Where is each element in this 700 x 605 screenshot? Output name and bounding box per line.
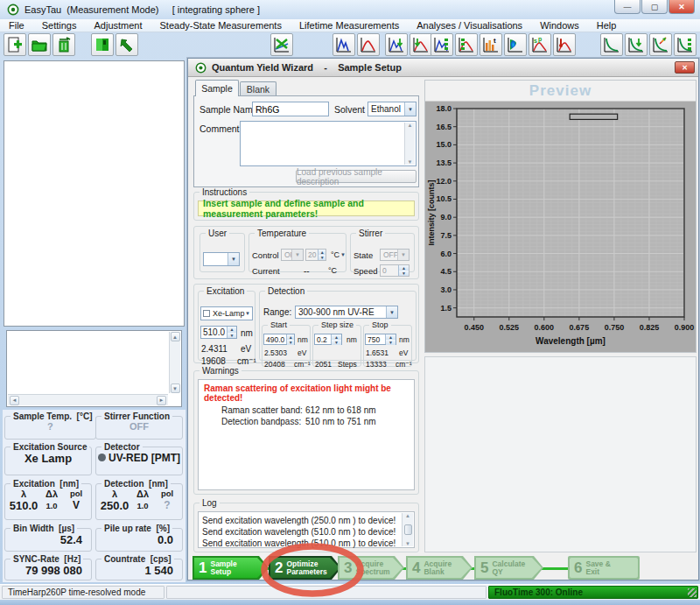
scroll-down-icon[interactable]: ▼ [171, 383, 180, 393]
message-vscrollbar[interactable]: ▲ ▼ [169, 332, 180, 393]
decay-optimize-icon[interactable] [625, 33, 648, 56]
decay-series-icon[interactable] [674, 33, 696, 56]
spectrum-temperature-icon[interactable] [553, 33, 576, 56]
temp-unit-dropdown[interactable]: °C▼ [328, 249, 346, 261]
menu-windows[interactable]: Windows [531, 20, 588, 31]
delete-icon[interactable] [52, 33, 75, 56]
excitation-wavelength-spinner[interactable]: 510.0 ▲▼ [200, 326, 237, 339]
spectrum-blue-excitation-icon[interactable] [385, 33, 408, 56]
instructions-label: Instructions [200, 187, 249, 197]
scroll-right-icon[interactable]: ► [157, 396, 166, 405]
stop-spinner[interactable]: 750 ▲▼ [365, 334, 396, 345]
spectrum-red-emission-icon[interactable] [410, 33, 432, 56]
decay-icon[interactable] [600, 33, 623, 56]
chevron-down-icon[interactable]: ▼ [404, 102, 416, 116]
start-spinner[interactable]: 490.0 ▲▼ [263, 334, 295, 345]
temp-setpoint-spinner[interactable]: 20 ▲▼ [305, 249, 326, 261]
pol-header: pol [156, 489, 178, 499]
excitation-detection-group: Excitation Xe-Lamp ▼ 510.0 ▲▼ nm 2.4311 … [193, 284, 419, 363]
scrollbar-thumb[interactable] [404, 524, 412, 535]
chevron-down-icon: ▼ [340, 252, 346, 257]
window-bottom-border [0, 600, 700, 605]
chevron-down-icon[interactable]: ▼ [245, 311, 250, 316]
scroll-down-icon[interactable]: ▼ [408, 159, 413, 165]
setup-spectrometer-icon[interactable] [270, 33, 293, 56]
load-previous-sample-button[interactable]: Load previous sample description [296, 170, 416, 183]
scroll-up-icon[interactable]: ▲ [171, 332, 180, 341]
scroll-left-icon[interactable]: ◄ [10, 396, 19, 405]
spin-down-icon[interactable]: ▼ [386, 340, 396, 345]
log-scrollbar[interactable]: ▲ ▼ [402, 513, 413, 546]
instructions-group: Instructions Insert sample and define sa… [193, 187, 419, 221]
stirrer-state-dropdown[interactable]: OFF▼ [380, 249, 410, 261]
wizard-step-acquire-blank[interactable]: 4 AcquireBlank [406, 556, 472, 580]
decay-tres-icon[interactable] [649, 33, 672, 56]
wizard-step-sample-setup[interactable]: 1 SampleSetup [192, 556, 269, 580]
menu-analyses[interactable]: Analyses / Visualisations [408, 20, 531, 31]
comment-textarea[interactable]: ▲ ▼ [240, 121, 416, 166]
menu-settings[interactable]: Settings [33, 20, 86, 31]
open-icon[interactable] [28, 33, 51, 56]
scroll-up-icon[interactable]: ▲ [405, 513, 410, 518]
wizard-step-optimize-parameters[interactable]: 2 OptimizeParameters [269, 556, 341, 580]
close-button[interactable]: ✕ [668, 0, 695, 14]
spin-down-icon[interactable]: ▼ [332, 340, 341, 345]
menu-steady-state[interactable]: Steady-State Measurements [151, 20, 290, 31]
chevron-down-icon[interactable]: ▼ [228, 253, 239, 265]
stop-nm-unit: nm [399, 335, 410, 344]
spectrum-red-series-icon[interactable] [455, 33, 478, 56]
minimize-button[interactable]: — [614, 0, 640, 14]
solvent-dropdown[interactable]: Ethanol▼ [368, 102, 416, 116]
tab-sample[interactable]: Sample [195, 80, 239, 96]
step-label-line2: Spectrum [355, 567, 389, 576]
dialog-titlebar[interactable]: Quantum Yield Wizard - Sample Setup ✕ [188, 59, 698, 77]
tab-blank[interactable]: Blank [240, 81, 276, 95]
chevron-down-icon[interactable]: ▼ [397, 250, 409, 260]
message-hscrollbar[interactable]: ◄ ► [8, 394, 168, 405]
temp-control-dropdown[interactable]: OFF▼ [281, 249, 304, 261]
menu-adjustment[interactable]: Adjustment [85, 20, 150, 31]
sample-name-input[interactable] [252, 102, 329, 116]
spin-down-icon[interactable]: ▼ [287, 340, 294, 345]
menu-file[interactable]: File [0, 20, 33, 31]
step-number: 6 [574, 559, 582, 577]
wizard-step-save-exit[interactable]: 6 Save &Exit [568, 556, 640, 580]
save-icon[interactable] [91, 33, 114, 56]
wizard-step-acquire-spectrum[interactable]: 3 AcquireSpectrum [338, 556, 404, 580]
detection-stop-group: Stop 750 ▲▼ nm 1.6531 eV 13333 cm⁻¹ [363, 320, 412, 367]
spectrum-blue-series-icon[interactable] [430, 33, 453, 56]
excitation-source-dropdown[interactable]: Xe-Lamp ▼ [200, 306, 253, 320]
menu-lifetime[interactable]: Lifetime Measurements [290, 20, 408, 31]
scroll-up-icon[interactable]: ▲ [408, 123, 413, 128]
lambda-header: λ [9, 489, 38, 499]
wizard-step-calculate-qy[interactable]: 5 CalculateQY [474, 556, 543, 580]
pointer-icon[interactable] [116, 33, 138, 56]
dialog-close-icon[interactable]: ✕ [675, 61, 695, 74]
svg-text:0.900: 0.900 [675, 323, 695, 332]
svg-text:0.525: 0.525 [500, 323, 520, 332]
xe-lamp-checkbox[interactable] [203, 310, 210, 317]
spectrum-red-icon[interactable] [357, 33, 380, 56]
spin-down-icon[interactable]: ▼ [318, 255, 326, 260]
comment-scrollbar[interactable]: ▲ ▼ [404, 123, 415, 165]
user-dropdown[interactable]: ▼ [203, 252, 240, 266]
menu-help[interactable]: Help [588, 20, 626, 31]
maximize-button[interactable]: ▢ [641, 0, 668, 14]
spectrum-anisotropy-icon[interactable]: sp [528, 33, 551, 56]
spin-down-icon[interactable]: ▼ [399, 271, 409, 276]
step-spinner[interactable]: 0.2 ▲▼ [314, 334, 342, 345]
resize-grip[interactable] [688, 588, 696, 597]
chevron-down-icon[interactable]: ▼ [291, 250, 303, 260]
spin-down-icon[interactable]: ▼ [228, 333, 236, 339]
excitation-ev-unit: eV [241, 344, 251, 354]
secondary-panel [424, 356, 696, 552]
chevron-down-icon[interactable]: ▼ [386, 306, 397, 318]
step-number: 5 [480, 559, 488, 577]
detection-range-dropdown[interactable]: 300-900 nm UV-RE▼ [295, 306, 398, 319]
stirrer-speed-spinner[interactable]: 0 ▲▼ [380, 264, 410, 277]
scroll-down-icon[interactable]: ▼ [405, 541, 410, 546]
spectrum-blue-icon[interactable] [332, 33, 355, 56]
new-measurement-icon[interactable] [4, 33, 26, 56]
histogram-time-icon[interactable]: t [480, 33, 502, 56]
tres-plot-icon[interactable] [504, 33, 527, 56]
